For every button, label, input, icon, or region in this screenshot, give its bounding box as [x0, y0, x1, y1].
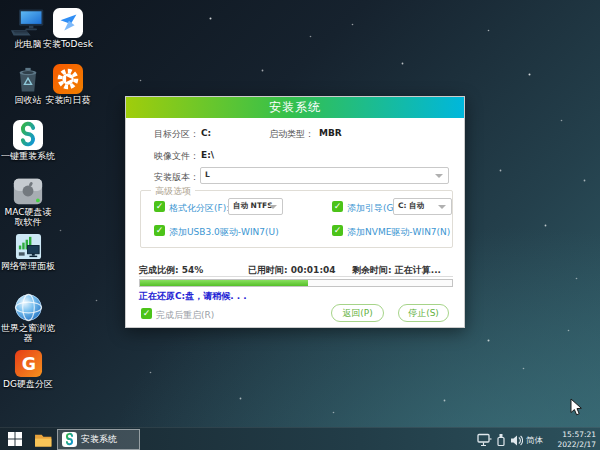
install-system-dialog: 安装系统 目标分区： C: 启动类型： MBR 映像文件： E:\ 安装版本： …	[125, 96, 465, 328]
image-file-value: E:\	[201, 150, 214, 160]
desktop-icon-browser[interactable]: 世界之窗浏览器	[0, 288, 56, 343]
nvme-driver-label: 添加NVME驱动-WIN7(N)	[347, 226, 450, 239]
reinstall-system-icon	[0, 116, 56, 150]
desktop-icon-network-panel[interactable]: 网络管理面板	[0, 232, 56, 271]
desktop-icon-label: 网络管理面板	[0, 261, 56, 271]
check-icon: ✓	[143, 308, 151, 318]
desktop-icon-todesk[interactable]: 安装ToDesk	[40, 4, 96, 49]
restore-status-text: 正在还原C:盘，请稍候. . .	[139, 290, 247, 303]
usb-tray-icon[interactable]	[495, 432, 507, 450]
chevron-down-icon	[435, 174, 443, 178]
desktop-icon-dg-partition[interactable]: G DG硬盘分区	[0, 344, 56, 389]
install-version-select[interactable]: L	[200, 167, 449, 184]
dialog-title: 安装系统	[126, 97, 464, 118]
boot-type-value: MBR	[319, 128, 342, 138]
network-tray-icon[interactable]	[477, 432, 492, 450]
dg-partition-icon: G	[0, 344, 56, 378]
check-icon: ✓	[334, 225, 342, 235]
desktop-icon-label: 安装向日葵	[40, 95, 96, 105]
dg-letter: G	[21, 354, 35, 374]
desktop-icon-sunflower[interactable]: 安装向日葵	[40, 60, 96, 105]
progress-bar	[139, 279, 453, 287]
restart-after-label: 完成后重启(R)	[156, 309, 214, 322]
format-partition-label: 格式化分区(F):	[169, 202, 229, 215]
windows-logo-icon	[8, 432, 22, 446]
format-partition-checkbox[interactable]: ✓	[154, 201, 165, 212]
add-boot-value: C: 自动	[398, 201, 424, 211]
check-icon: ✓	[156, 225, 164, 235]
target-partition-label: 目标分区：	[154, 128, 199, 141]
install-version-value: L	[205, 170, 210, 179]
world-browser-icon	[0, 288, 56, 322]
file-explorer-button[interactable]	[31, 428, 55, 450]
mac-disk-icon	[0, 172, 56, 206]
folder-icon	[34, 432, 52, 447]
desktop-icon-label: 世界之窗浏览器	[0, 323, 56, 343]
progress-bar-fill	[140, 280, 308, 286]
tray-clock[interactable]: 15:57:21 2022/2/17	[544, 430, 596, 450]
todesk-icon	[40, 4, 96, 38]
check-icon: ✓	[156, 201, 164, 211]
chevron-down-icon	[269, 205, 277, 209]
mouse-cursor	[570, 398, 582, 420]
input-language-indicator[interactable]: 简体	[526, 435, 543, 447]
back-button[interactable]: 返回(P)	[331, 304, 384, 322]
taskbar-task-install-system[interactable]: 安装系统	[57, 429, 140, 450]
task-label: 安装系统	[81, 433, 117, 446]
add-boot-checkbox[interactable]: ✓	[332, 201, 343, 212]
start-button[interactable]	[0, 428, 30, 450]
volume-tray-icon[interactable]	[510, 432, 523, 450]
format-type-value: 自动 NTFS	[233, 201, 273, 211]
chevron-down-icon	[438, 205, 446, 209]
network-panel-icon	[0, 232, 56, 260]
taskbar: 安装系统 简体 15:57:21 2022/2/17	[0, 427, 600, 450]
desktop-icon-mac-disk[interactable]: MAC硬盘读取软件	[0, 172, 56, 227]
check-icon: ✓	[334, 201, 342, 211]
usb-driver-checkbox[interactable]: ✓	[154, 225, 165, 236]
nvme-driver-checkbox[interactable]: ✓	[332, 225, 343, 236]
add-boot-select[interactable]: C: 自动	[393, 198, 452, 215]
advanced-options-group: 高级选项 ✓ 格式化分区(F): 自动 NTFS ✓ 添加引导(G): C: 自…	[140, 190, 453, 248]
desktop-icon-label: DG硬盘分区	[0, 379, 56, 389]
format-type-select[interactable]: 自动 NTFS	[228, 198, 283, 215]
starfield	[0, 0, 1, 1]
sunflower-icon	[40, 60, 96, 94]
target-partition-value: C:	[201, 128, 211, 138]
desktop-icon-label: 安装ToDesk	[40, 39, 96, 49]
boot-type-label: 启动类型：	[269, 128, 314, 141]
tray-time: 15:57:21	[544, 430, 596, 440]
stop-button[interactable]: 停止(S)	[398, 304, 449, 322]
desktop-icon-label: MAC硬盘读取软件	[0, 207, 56, 227]
image-file-label: 映像文件：	[154, 150, 199, 163]
desktop-icon-reinstall-system[interactable]: 一键重装系统	[0, 116, 56, 161]
advanced-options-legend: 高级选项	[151, 185, 195, 198]
divider	[139, 276, 453, 277]
reinstall-system-icon	[62, 432, 77, 447]
restart-after-checkbox[interactable]: ✓	[141, 308, 152, 319]
install-version-label: 安装版本：	[154, 171, 199, 184]
desktop-icon-label: 一键重装系统	[0, 151, 56, 161]
tray-date: 2022/2/17	[544, 440, 596, 450]
usb-driver-label: 添加USB3.0驱动-WIN7(U)	[169, 226, 279, 239]
